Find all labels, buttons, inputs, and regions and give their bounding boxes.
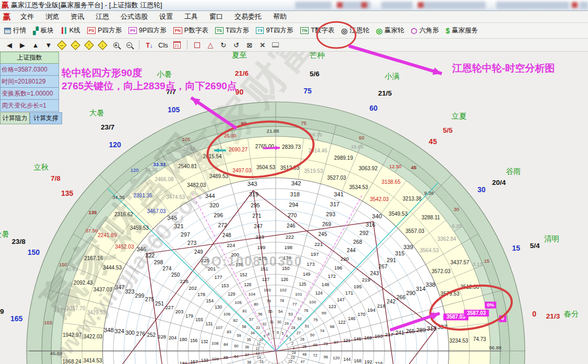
svg-text:5: 5 — [281, 332, 284, 335]
svg-text:3063.92: 3063.92 — [359, 166, 378, 171]
next-arrow-icon[interactable]: ▶ — [18, 41, 27, 49]
svg-text:36: 36 — [245, 345, 249, 349]
svg-text:344: 344 — [205, 193, 215, 199]
panel-row-0[interactable]: 价格=3587.0300 — [0, 64, 59, 76]
svg-text:319: 319 — [249, 191, 258, 197]
toolbar-button-5[interactable]: PNP数字表 — [173, 26, 208, 35]
toolbar-button-12[interactable]: $赢家服务 — [446, 26, 478, 35]
down-arrow-icon[interactable]: ▼ — [44, 41, 53, 49]
svg-text:30: 30 — [277, 320, 281, 324]
menu-item-8[interactable]: 交易委托 — [229, 11, 267, 22]
toolbar-button-6[interactable]: TST四方形 — [215, 26, 249, 35]
svg-text:2017.70: 2017.70 — [66, 306, 86, 311]
boxed-x-icon[interactable]: ⊠ — [245, 41, 254, 49]
diamond-left-icon[interactable]: ← — [57, 42, 66, 49]
svg-text:300: 300 — [125, 330, 135, 336]
svg-text:30: 30 — [454, 206, 460, 212]
toolbar-button-7[interactable]: T99T四方形 — [256, 26, 293, 35]
screen-icon[interactable] — [272, 42, 280, 48]
diamond-down-icon[interactable]: ↓ — [98, 42, 107, 49]
toolbar-button-1[interactable]: ▞板块 — [33, 26, 54, 35]
svg-text:12: 12 — [255, 347, 260, 350]
svg-text:60: 60 — [359, 135, 364, 140]
zoom-out-icon[interactable]: − — [125, 42, 133, 48]
menu-item-5[interactable]: 设置 — [154, 11, 179, 22]
toolbar-button-2[interactable]: K线 — [61, 26, 80, 35]
menu-item-6[interactable]: 工具 — [179, 11, 204, 22]
menu-item-2[interactable]: 资讯 — [65, 11, 90, 22]
svg-text:289: 289 — [416, 327, 426, 333]
svg-text:49: 49 — [313, 343, 317, 347]
svg-text:154: 154 — [206, 298, 214, 303]
menu-item-0[interactable]: 文件 — [15, 11, 40, 22]
svg-text:135: 135 — [88, 209, 97, 215]
svg-text:61: 61 — [234, 354, 239, 359]
cls-button[interactable]: Cls — [158, 41, 168, 49]
svg-text:6: 6 — [277, 331, 279, 334]
svg-text:276: 276 — [136, 331, 145, 337]
svg-text:1: 1 — [293, 346, 295, 350]
triangle-tool-icon[interactable]: △ — [206, 41, 215, 49]
window-titlebar[interactable]: 赢 赢家江恩专业版[赢家服务平台] - [上证指数 江恩轮] — [0, 0, 588, 11]
ps-badge-icon: PS — [87, 27, 96, 34]
menu-item-7[interactable]: 窗口 — [204, 11, 229, 22]
svg-text:21/3: 21/3 — [546, 312, 560, 320]
zoom-in-icon[interactable]: + — [112, 42, 120, 48]
svg-text:3549.53: 3549.53 — [389, 211, 408, 217]
svg-text:74: 74 — [320, 328, 325, 333]
panel-row-3[interactable]: 周天变化步长=1 — [0, 100, 59, 112]
toolbar-button-10[interactable]: ◎赢家轮 — [376, 26, 404, 35]
svg-text:202: 202 — [189, 286, 197, 291]
svg-text:3587.03: 3587.03 — [467, 310, 486, 316]
menu-item-9[interactable]: 帮助 — [267, 11, 292, 22]
toolbar-button-0[interactable]: 行情 — [4, 26, 26, 35]
rotate-ccw-icon[interactable]: ↺ — [232, 41, 241, 49]
up-arrow-icon[interactable]: ▲ — [31, 41, 40, 49]
svg-text:58: 58 — [242, 324, 246, 329]
menu-item-1[interactable]: 浏览 — [40, 11, 65, 22]
t-down-icon[interactable]: T↓ — [145, 41, 154, 49]
calendar-icon[interactable]: 21 — [173, 41, 181, 49]
svg-text:60: 60 — [370, 104, 378, 112]
prev-arrow-icon[interactable]: ◀ — [5, 41, 14, 49]
svg-text:芒种: 芒种 — [310, 51, 325, 60]
blurred-taskbar-area — [292, 0, 588, 10]
svg-text:180: 180 — [179, 337, 187, 342]
panel-row-2[interactable]: 变换系数=1.00000 — [0, 88, 59, 100]
toolbar-button-11[interactable]: ⬡六角形 — [411, 26, 439, 35]
panel-row-1[interactable]: 时间=20180129 — [0, 76, 59, 88]
toolbar-button-8[interactable]: TNT数字表 — [300, 26, 335, 35]
svg-text:夏至: 夏至 — [232, 51, 247, 59]
svg-text:35: 35 — [247, 338, 251, 342]
calc-resistance-button[interactable]: 计算阻力 — [0, 112, 30, 124]
square-tool-icon[interactable] — [193, 42, 202, 48]
rotate-cw-icon[interactable]: ↻ — [219, 41, 228, 49]
svg-text:104: 104 — [249, 292, 256, 297]
svg-text:2765.00: 2765.00 — [255, 144, 275, 149]
toolbar-button-3[interactable]: PSP四方形 — [87, 26, 122, 35]
svg-text:102: 102 — [280, 288, 287, 292]
svg-text:181: 181 — [180, 361, 187, 364]
menu-item-4[interactable]: 公式选股 — [115, 11, 154, 22]
svg-text:5/5: 5/5 — [443, 126, 453, 134]
toolbar-button-9[interactable]: ◎江恩轮 — [341, 26, 369, 35]
winner-wheel-icon: ◎ — [376, 27, 382, 34]
svg-text:12.50: 12.50 — [389, 163, 402, 169]
toolbar-button-4[interactable]: P99P四方形 — [128, 26, 167, 35]
diamond-right-icon[interactable]: → — [71, 42, 80, 49]
svg-text:2839.73: 2839.73 — [282, 144, 301, 150]
svg-text:322: 322 — [145, 252, 155, 259]
svg-text:339: 339 — [403, 244, 413, 250]
calc-support-button[interactable]: 计算支撑 — [30, 112, 62, 124]
svg-text:75: 75 — [301, 120, 307, 126]
svg-text:132: 132 — [201, 339, 208, 344]
expand-icon[interactable]: ✕ — [258, 41, 267, 49]
toolbar-button-label: 板块 — [41, 26, 54, 35]
svg-text:55: 55 — [268, 309, 272, 314]
diamond-up-icon[interactable]: ↑ — [85, 42, 93, 49]
svg-text:2316.62: 2316.62 — [114, 212, 134, 217]
tn-badge-icon: TN — [300, 27, 309, 34]
svg-text:120: 120 — [131, 167, 139, 173]
svg-text:201: 201 — [208, 266, 216, 272]
menu-item-3[interactable]: 江恩 — [90, 11, 115, 22]
